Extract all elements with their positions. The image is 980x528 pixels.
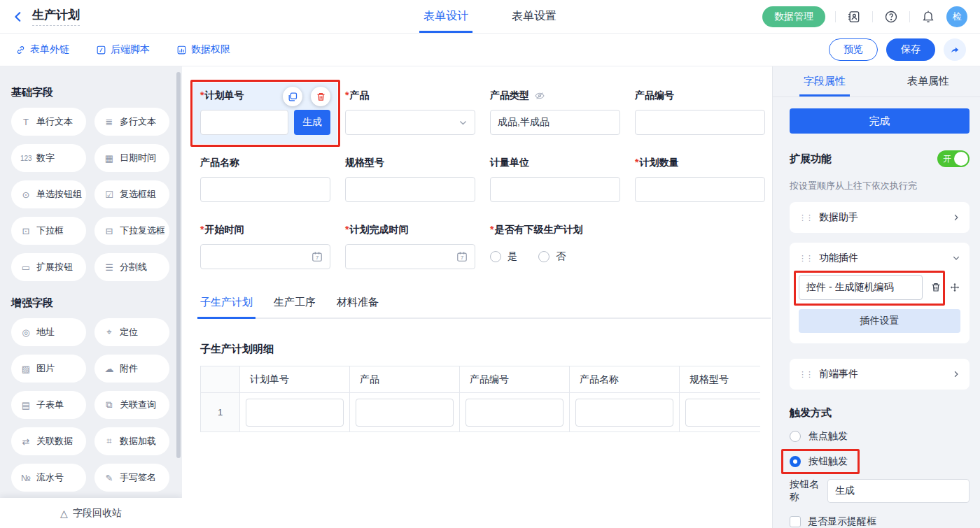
- start-time-input[interactable]: 7: [200, 244, 330, 269]
- form-toolbar: 表单外链 后端脚本 数据权限 预览 保存: [0, 34, 980, 66]
- spec-model-input[interactable]: [345, 177, 475, 202]
- field-spec-model[interactable]: 规格型号: [345, 156, 475, 202]
- notification-bell-icon[interactable]: [920, 8, 937, 25]
- contact-book-icon[interactable]: [846, 8, 862, 25]
- generate-button[interactable]: 生成: [294, 110, 330, 135]
- cell-input-product[interactable]: [356, 399, 454, 427]
- sidebar-item-number[interactable]: 123数字: [11, 144, 86, 172]
- help-icon[interactable]: [883, 8, 899, 25]
- finish-time-input[interactable]: 7: [345, 244, 475, 269]
- cell-input-product-name[interactable]: [575, 399, 673, 427]
- sidebar-item-checkbox-group[interactable]: ☑复选框组: [94, 180, 169, 208]
- sidebar-item-geolocation[interactable]: ⌖定位: [94, 318, 169, 346]
- sidebar-item-subform[interactable]: ▤子表单: [11, 391, 86, 419]
- field-product[interactable]: 产品: [345, 89, 475, 135]
- share-button[interactable]: [944, 38, 966, 61]
- drag-handle-icon[interactable]: ⋮⋮: [799, 371, 813, 378]
- sidebar-item-address[interactable]: ◎地址: [11, 318, 86, 346]
- tab-production-process[interactable]: 生产工序: [274, 296, 316, 317]
- sidebar-item-data-load[interactable]: ⌗数据加载: [94, 427, 169, 455]
- product-name-input[interactable]: [200, 177, 330, 202]
- data-permission-menu[interactable]: 数据权限: [176, 43, 230, 56]
- tab-form-properties[interactable]: 表单属性: [876, 66, 980, 97]
- sidebar-item-linked-query[interactable]: ⧉关联查询: [94, 391, 169, 419]
- data-assistant-header[interactable]: ⋮⋮ 数据助手: [799, 202, 960, 233]
- extension-toggle[interactable]: 开: [937, 150, 969, 167]
- avatar[interactable]: 检: [946, 6, 967, 27]
- field-product-name[interactable]: 产品名称: [200, 156, 330, 202]
- done-button[interactable]: 完成: [790, 108, 969, 134]
- tab-material-preparation[interactable]: 材料准备: [337, 296, 379, 317]
- sidebar-item-datetime[interactable]: ▦日期时间: [94, 144, 169, 172]
- button-name-input[interactable]: [827, 479, 969, 503]
- sidebar-item-multi-line-text[interactable]: ≣多行文本: [94, 108, 169, 136]
- tab-form-settings[interactable]: 表单设置: [512, 0, 556, 33]
- plan-number-input[interactable]: [200, 110, 288, 135]
- cell-input-spec-model[interactable]: [685, 399, 760, 427]
- trigger-focus-option[interactable]: 焦点触发: [790, 430, 848, 443]
- field-product-code[interactable]: 产品编号: [635, 89, 765, 135]
- plugin-settings-button[interactable]: 插件设置: [799, 309, 960, 333]
- field-finish-time[interactable]: 计划完成时间 7: [345, 223, 475, 269]
- header-tabs: 表单设计 表单设置: [424, 0, 556, 33]
- serial-number-icon: №: [20, 473, 31, 483]
- sidebar-item-attachment[interactable]: ☁附件: [94, 355, 169, 383]
- unit-input[interactable]: [490, 177, 620, 202]
- crosshair-icon: ⌖: [104, 327, 115, 338]
- script-icon: [96, 45, 106, 55]
- function-plugin-header[interactable]: ⋮⋮ 功能插件: [799, 243, 960, 273]
- sidebar-item-radio-group[interactable]: ⊙单选按钮组: [11, 180, 86, 208]
- field-has-sub-plan[interactable]: 是否有下级生产计划 是 否: [490, 223, 765, 269]
- cell-input-plan-number[interactable]: [246, 399, 344, 427]
- sidebar-item-divider[interactable]: ☰分割线: [94, 253, 169, 281]
- data-manage-button[interactable]: 数据管理: [762, 6, 825, 27]
- checkbox-icon: ☑: [104, 190, 115, 200]
- field-plan-number[interactable]: 计划单号 生成: [200, 89, 330, 135]
- back-icon[interactable]: [11, 10, 25, 24]
- field-start-time[interactable]: 开始时间 7: [200, 223, 330, 269]
- product-type-value[interactable]: 成品,半成品: [490, 110, 620, 135]
- drag-handle-icon[interactable]: ⋮⋮: [799, 214, 813, 222]
- radio-no[interactable]: 否: [538, 250, 566, 263]
- radio-yes[interactable]: 是: [490, 250, 517, 263]
- preview-button[interactable]: 预览: [829, 38, 878, 61]
- sidebar-scrollbar[interactable]: [176, 72, 181, 458]
- external-link-menu[interactable]: 表单外链: [15, 43, 69, 56]
- tab-field-properties[interactable]: 字段属性: [773, 66, 876, 97]
- sidebar-item-single-line-text[interactable]: T单行文本: [11, 108, 86, 136]
- move-plugin-handle[interactable]: [949, 282, 960, 293]
- sidebar-item-select[interactable]: ⊡下拉框: [11, 217, 86, 245]
- cell-input-product-code[interactable]: [465, 399, 564, 427]
- product-code-input[interactable]: [635, 110, 765, 135]
- field-unit[interactable]: 计量单位: [490, 156, 620, 202]
- field-product-type[interactable]: 产品类型 成品,半成品: [490, 89, 620, 135]
- tab-sub-production-plan[interactable]: 子生产计划: [200, 296, 253, 317]
- sidebar-item-image[interactable]: ▨图片: [11, 355, 86, 383]
- trigger-button-option[interactable]: 按钮触发: [790, 455, 848, 468]
- product-select[interactable]: [345, 110, 475, 135]
- delete-plugin-button[interactable]: [930, 282, 941, 293]
- copy-field-button[interactable]: [283, 87, 302, 106]
- radio-selected-icon: [790, 456, 801, 467]
- data-chart-icon: ⌗: [104, 436, 115, 447]
- drag-handle-icon[interactable]: ⋮⋮: [799, 255, 813, 262]
- sidebar-item-serial-number[interactable]: №流水号: [11, 464, 86, 492]
- checkbox-icon[interactable]: [790, 516, 801, 527]
- backend-script-menu[interactable]: 后端脚本: [96, 43, 150, 56]
- table-row: 1: [201, 393, 761, 432]
- plugin-name-box[interactable]: 控件 - 生成随机编码: [799, 275, 923, 300]
- sidebar-item-signature[interactable]: ✎手写签名: [94, 464, 169, 492]
- sidebar-item-linked-data[interactable]: ⇄关联数据: [11, 427, 86, 455]
- link-icon: [15, 45, 26, 55]
- save-button[interactable]: 保存: [886, 38, 935, 61]
- eye-off-icon: [534, 90, 545, 101]
- frontend-event-header[interactable]: ⋮⋮ 前端事件: [799, 359, 960, 390]
- tab-form-design[interactable]: 表单设计: [424, 0, 468, 33]
- sidebar-item-extend-button[interactable]: ▭扩展按钮: [11, 253, 86, 281]
- field-recycle-bin[interactable]: △ 字段回收站: [0, 498, 182, 528]
- show-reminder-checkbox-row[interactable]: 是否显示提醒框: [790, 515, 969, 528]
- field-plan-quantity[interactable]: 计划数量: [635, 156, 765, 202]
- sidebar-item-multi-select[interactable]: ⊟下拉复选框: [94, 217, 169, 245]
- delete-field-button[interactable]: [311, 87, 330, 106]
- plan-quantity-input[interactable]: [635, 177, 765, 202]
